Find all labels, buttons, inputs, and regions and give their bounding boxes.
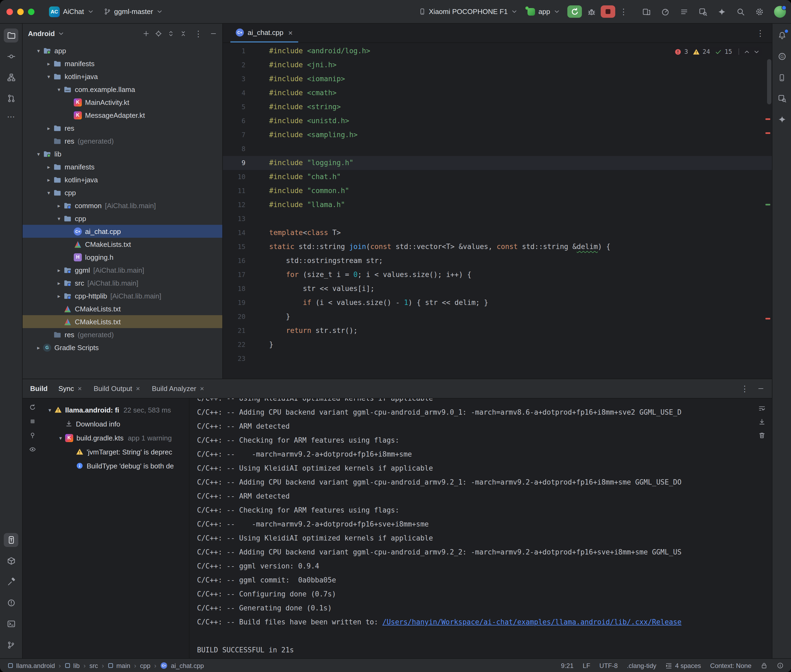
event-log-icon[interactable]	[777, 662, 784, 669]
code-line-18[interactable]: 18 str << values[i];	[223, 282, 772, 296]
gradle-tool-icon[interactable]: G	[775, 50, 789, 64]
previous-problem-icon[interactable]	[743, 48, 750, 55]
code-line-12[interactable]: 12#include "llama.h"	[223, 198, 772, 212]
code-line-19[interactable]: 19 if (i < values.size() - 1) { str << d…	[223, 296, 772, 310]
project-tree-item-res[interactable]: res(generated)	[22, 134, 222, 147]
sync-icon[interactable]	[29, 404, 36, 411]
chevron-down-icon[interactable]: ▾	[34, 151, 43, 157]
layout-inspector-icon[interactable]	[775, 91, 789, 106]
code-line-10[interactable]: 10#include "chat.h"	[223, 170, 772, 184]
project-tree-item-messageadapter-kt[interactable]: KMessageAdapter.kt	[22, 109, 222, 122]
build-tree-item-build-gradle-kts[interactable]: ▾Kbuild.gradle.ktsapp 1 warning	[42, 431, 189, 445]
breadcrumb-llama-android[interactable]: llama.android	[8, 662, 55, 669]
project-tree-item-res[interactable]: ▸res	[22, 122, 222, 134]
clear-console-icon[interactable]	[759, 432, 765, 439]
project-tree-item-com-example-llama[interactable]: ▾com.example.llama	[22, 83, 222, 96]
chevron-right-icon[interactable]: ▸	[55, 293, 64, 299]
code-area[interactable]: 1#include <android/log.h>2#include <jni.…	[223, 43, 772, 379]
breadcrumb-lib[interactable]: lib	[64, 662, 80, 669]
code-line-21[interactable]: 21 return str.str();	[223, 324, 772, 338]
code-line-5[interactable]: 5#include <string>	[223, 100, 772, 114]
project-tree-item-ggml[interactable]: ▸ggml[AiChat.lib.main]	[22, 264, 222, 277]
code-line-3[interactable]: 3#include <iomanip>	[223, 72, 772, 86]
chevron-down-icon[interactable]: ▾	[44, 190, 53, 195]
breadcrumb-src[interactable]: src	[89, 662, 98, 669]
chevron-down-icon[interactable]: ▾	[45, 407, 55, 413]
profile-avatar[interactable]	[774, 6, 786, 18]
close-tab-icon[interactable]: ×	[78, 384, 82, 393]
project-tree-item-lib[interactable]: ▾lib	[22, 147, 222, 160]
app-inspection-icon[interactable]	[696, 5, 710, 18]
code-line-16[interactable]: 16 std::ostringstream str;	[223, 254, 772, 268]
assistant-icon[interactable]	[775, 112, 789, 126]
line-separator[interactable]: LF	[583, 662, 590, 669]
project-tree-item-common[interactable]: ▸common[AiChat.lib.main]	[22, 199, 222, 212]
breadcrumb-main[interactable]: main	[107, 662, 130, 669]
pull-requests-tool-icon[interactable]	[4, 91, 18, 106]
chevron-right-icon[interactable]: ▸	[55, 203, 64, 208]
version-control-tool-icon[interactable]	[4, 638, 18, 652]
code-line-23[interactable]: 23	[223, 352, 772, 366]
project-tree-item-cpp[interactable]: ▾cpp	[22, 186, 222, 199]
panel-options-icon[interactable]: ⋮	[192, 29, 205, 37]
eye-icon[interactable]	[29, 446, 36, 453]
build-options-icon[interactable]: ⋮	[738, 384, 751, 393]
stop-sync-icon[interactable]	[29, 418, 36, 425]
branch-widget[interactable]: ggml-master	[100, 5, 167, 18]
build-tree-item-buildtype-debug-is-both-de[interactable]: BuildType 'debug' is both de	[42, 459, 189, 473]
logcat-icon[interactable]	[677, 5, 691, 18]
code-line-17[interactable]: 17 for (size_t i = 0; i < values.size();…	[223, 268, 772, 282]
structure-tool-icon[interactable]	[4, 70, 18, 85]
error-stripe-mark[interactable]	[765, 118, 770, 120]
chevron-down-icon[interactable]: ▾	[56, 435, 65, 441]
profiler-icon[interactable]	[658, 5, 672, 18]
notifications-icon[interactable]	[775, 29, 789, 43]
build-console[interactable]: C/C++: -- Using KleidiAI optimized kerne…	[189, 398, 772, 658]
breadcrumb-ai-chat-cpp[interactable]: C+ai_chat.cpp	[160, 661, 204, 670]
code-line-13[interactable]: 13	[223, 212, 772, 226]
debug-button[interactable]	[584, 5, 598, 18]
device-explorer-icon[interactable]	[775, 70, 789, 85]
build-tree-item-jvmtarget-string-is-deprec[interactable]: 'jvmTarget: String' is deprec	[42, 445, 189, 459]
clang-tidy-widget[interactable]: .clang-tidy	[627, 662, 656, 669]
add-icon[interactable]	[143, 30, 150, 37]
caret-position[interactable]: 9:21	[561, 662, 574, 669]
device-selector[interactable]: Xiaomi POCOPHONE F1	[415, 5, 521, 18]
project-tree-item-cmakelists-txt[interactable]: CMakeLists.txt	[22, 238, 222, 251]
project-tree-item-ai-chat-cpp[interactable]: C+ai_chat.cpp	[22, 225, 222, 238]
project-tree-item-app[interactable]: ▾app	[22, 44, 222, 57]
device-mirroring-icon[interactable]	[640, 5, 653, 18]
commit-tool-icon[interactable]	[4, 50, 18, 64]
code-line-6[interactable]: 6#include <unistd.h>	[223, 114, 772, 128]
project-tree-item-cmakelists-txt[interactable]: CMakeLists.txt	[22, 315, 222, 328]
chevron-right-icon[interactable]: ▸	[34, 344, 43, 350]
chevron-down-icon[interactable]: ▾	[34, 48, 43, 53]
project-tree-item-logging-h[interactable]: Hlogging.h	[22, 251, 222, 264]
run-config-selector[interactable]: app	[524, 5, 564, 18]
build-tool-icon[interactable]	[4, 575, 18, 589]
build-tree-item-download-info[interactable]: Download info	[42, 417, 189, 431]
chevron-right-icon[interactable]: ▸	[44, 61, 53, 66]
scroll-to-end-icon[interactable]	[759, 418, 765, 426]
editor-options-icon[interactable]: ⋮	[754, 29, 767, 37]
chevron-right-icon[interactable]: ▸	[55, 280, 64, 286]
close-tab-icon[interactable]: ×	[200, 384, 204, 393]
project-tree-item-kotlin-java[interactable]: ▸kotlin+java	[22, 173, 222, 186]
chevron-down-icon[interactable]: ▾	[55, 215, 64, 221]
project-tree-item-gradle-scripts[interactable]: ▸GGradle Scripts	[22, 341, 222, 354]
project-tree-item-cpp-httplib[interactable]: ▸cpp-httplib[AiChat.lib.main]	[22, 290, 222, 302]
terminal-tool-icon[interactable]	[4, 617, 18, 631]
editor-tab-ai-chat-cpp[interactable]: C+ ai_chat.cpp ×	[230, 24, 298, 43]
rerun-button[interactable]	[567, 5, 582, 18]
project-tree-item-src[interactable]: ▸src[AiChat.lib.main]	[22, 277, 222, 290]
project-tool-icon[interactable]	[4, 29, 18, 43]
code-line-7[interactable]: 7#include <sampling.h>	[223, 128, 772, 142]
minimize-button[interactable]	[17, 8, 24, 15]
zoom-button[interactable]	[28, 8, 34, 15]
problems-tool-icon[interactable]	[4, 596, 18, 610]
lock-icon[interactable]	[761, 662, 768, 669]
code-line-4[interactable]: 4#include <cmath>	[223, 86, 772, 100]
code-line-14[interactable]: 14template<class T>	[223, 226, 772, 240]
context-widget[interactable]: Context: None	[710, 662, 751, 669]
error-stripe-mark[interactable]	[765, 132, 770, 134]
